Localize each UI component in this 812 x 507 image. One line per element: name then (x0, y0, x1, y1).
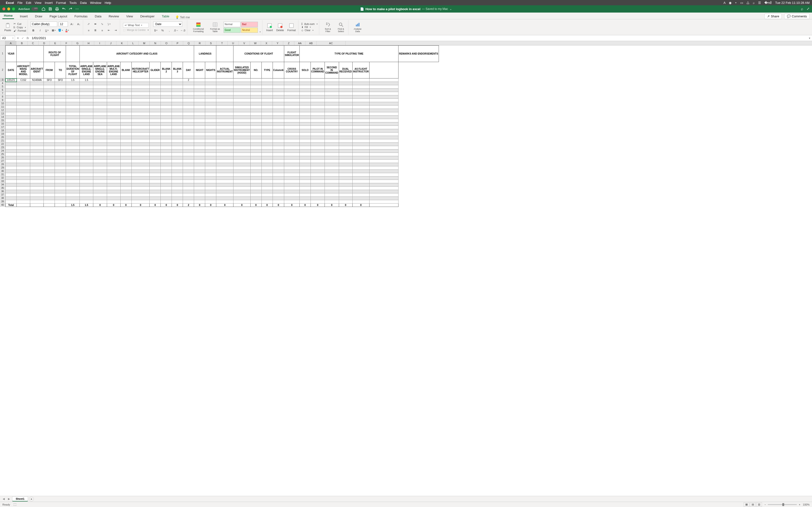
cell[interactable] (132, 180, 150, 183)
cell[interactable] (339, 163, 352, 166)
cell[interactable] (234, 85, 251, 89)
cell[interactable] (44, 85, 55, 89)
cell[interactable] (284, 82, 300, 85)
cell[interactable] (80, 180, 93, 183)
row-header-11[interactable]: 11 (0, 105, 5, 109)
cell[interactable] (299, 85, 311, 89)
cell[interactable] (6, 119, 17, 122)
cell[interactable] (261, 200, 272, 204)
cell[interactable] (120, 183, 132, 187)
cell[interactable] (216, 89, 234, 92)
cell[interactable] (272, 176, 284, 180)
cell[interactable] (299, 119, 311, 122)
cell[interactable] (120, 190, 132, 193)
cell[interactable] (132, 176, 150, 180)
cell[interactable] (339, 126, 352, 129)
cell[interactable] (66, 116, 80, 119)
cell[interactable] (339, 156, 352, 160)
merge-centre-button[interactable]: ⬚Merge & Centre▾ (123, 29, 149, 32)
cell[interactable] (205, 136, 216, 139)
cell[interactable] (216, 112, 234, 116)
cell[interactable] (194, 132, 205, 136)
cell[interactable] (352, 156, 369, 160)
row-header-40[interactable]: 40 (0, 203, 5, 207)
cell[interactable] (205, 109, 216, 112)
cell[interactable] (66, 82, 80, 85)
cell[interactable] (6, 92, 17, 95)
cell[interactable] (352, 170, 369, 173)
cell[interactable]: 0 (194, 204, 205, 207)
cell[interactable] (284, 92, 300, 95)
cell[interactable] (352, 78, 369, 82)
cell[interactable] (234, 163, 251, 166)
style-neutral[interactable]: Neutral (241, 27, 258, 33)
cell[interactable] (6, 85, 17, 89)
cell[interactable] (261, 136, 272, 139)
cell[interactable] (183, 102, 194, 106)
cell[interactable] (369, 190, 399, 193)
cell[interactable] (55, 197, 66, 200)
style-bad[interactable]: Bad (241, 22, 258, 27)
cell[interactable] (66, 109, 80, 112)
cell[interactable] (150, 160, 161, 163)
cell[interactable] (311, 183, 324, 187)
cell[interactable] (30, 183, 44, 187)
cell[interactable] (30, 180, 44, 183)
cell[interactable] (261, 183, 272, 187)
cell[interactable] (172, 156, 183, 160)
cell[interactable] (80, 126, 93, 129)
cell[interactable] (299, 136, 311, 139)
cell[interactable] (30, 190, 44, 193)
cell[interactable] (325, 119, 339, 122)
cell[interactable] (272, 92, 284, 95)
accessibility-icon[interactable]: ⛶ (13, 503, 16, 506)
cell[interactable] (93, 170, 107, 173)
cell[interactable] (161, 116, 172, 119)
cell[interactable] (234, 183, 251, 187)
cell[interactable] (172, 106, 183, 109)
cell[interactable] (205, 82, 216, 85)
cell[interactable] (107, 193, 120, 197)
cell[interactable] (369, 146, 399, 150)
cell[interactable] (120, 95, 132, 99)
cell[interactable] (284, 106, 300, 109)
cell[interactable] (80, 102, 93, 106)
cell[interactable] (55, 92, 66, 95)
cell[interactable] (80, 119, 93, 122)
cell[interactable] (216, 173, 234, 176)
cell[interactable] (172, 146, 183, 150)
cell[interactable]: 0 (272, 204, 284, 207)
col-header-AA[interactable]: AA (294, 41, 305, 45)
cell[interactable] (107, 102, 120, 106)
cell[interactable] (205, 146, 216, 150)
cell[interactable] (107, 78, 120, 82)
cell[interactable] (17, 95, 30, 99)
cell[interactable] (17, 116, 30, 119)
cell[interactable] (107, 95, 120, 99)
cell[interactable] (311, 187, 324, 190)
row-header-33[interactable]: 33 (0, 180, 5, 183)
cell[interactable] (352, 106, 369, 109)
cell[interactable] (30, 176, 44, 180)
cell[interactable] (261, 166, 272, 170)
col-header-F[interactable]: F (61, 41, 72, 45)
cell[interactable] (6, 112, 17, 116)
cell[interactable] (6, 160, 17, 163)
cell[interactable] (183, 92, 194, 95)
cell[interactable] (369, 139, 399, 143)
cell[interactable] (44, 197, 55, 200)
tab-view[interactable]: View (125, 13, 134, 19)
cell[interactable] (250, 190, 261, 193)
cell[interactable] (194, 150, 205, 153)
cell[interactable] (299, 132, 311, 136)
fill-button[interactable]: ⬇Fill▾ (301, 26, 317, 29)
cell[interactable] (107, 150, 120, 153)
cell[interactable]: 0 (150, 204, 161, 207)
row-header-26[interactable]: 26 (0, 156, 5, 159)
cell[interactable]: GLIDER (150, 62, 161, 78)
row-header-29[interactable]: 29 (0, 166, 5, 169)
cell[interactable] (216, 143, 234, 146)
row-header-35[interactable]: 35 (0, 186, 5, 190)
cell[interactable] (194, 160, 205, 163)
cell[interactable] (55, 190, 66, 193)
